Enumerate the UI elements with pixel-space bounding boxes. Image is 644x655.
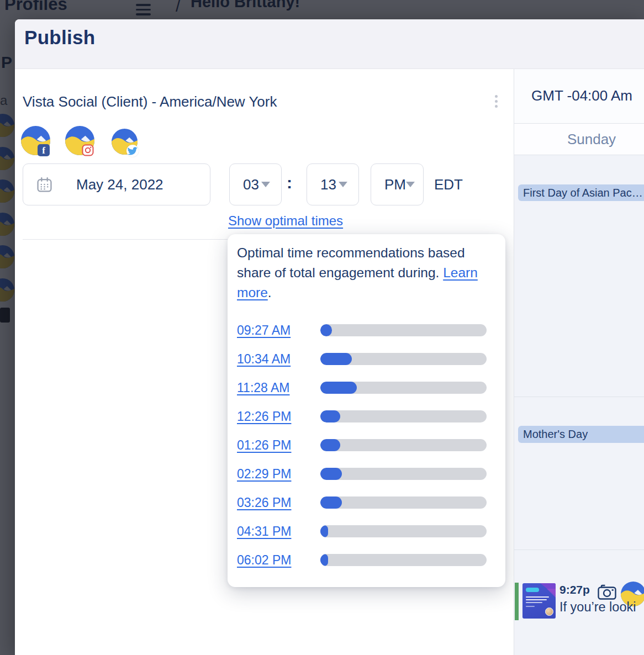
post-time: 9:27p <box>559 583 590 596</box>
optimal-time-link[interactable]: 04:31 PM <box>237 524 291 539</box>
minute-value: 13 <box>320 176 336 193</box>
profile-group-title: Vista Social (Client) - America/New York <box>23 93 277 110</box>
modal-title: Publish <box>24 27 96 49</box>
profile-avatar-facebook[interactable]: f <box>21 126 50 155</box>
calendar-event[interactable]: Mother's Day <box>518 426 644 443</box>
calendar-cell-border <box>514 550 644 550</box>
calendar-cell-border <box>514 397 644 397</box>
minute-select[interactable]: 13 <box>307 163 359 205</box>
app-screen: Profiles / Hello Brittany! P a Publish V… <box>0 0 644 655</box>
optimal-time-link[interactable]: 11:28 AM <box>237 381 289 395</box>
engagement-bar <box>320 324 487 336</box>
day-name: Sunday <box>514 131 644 148</box>
calendar-event[interactable]: First Day of Asian Pac… <box>518 184 644 201</box>
chevron-down-icon <box>261 182 270 187</box>
hour-select[interactable]: 03 <box>229 163 282 205</box>
post-caption[interactable]: If you’re looki <box>559 600 636 615</box>
engagement-bar <box>320 410 487 422</box>
show-optimal-times-link[interactable]: Show optimal times <box>228 213 343 229</box>
date-picker-field[interactable]: May 24, 2022 <box>23 163 210 205</box>
engagement-bar <box>320 439 487 451</box>
profile-avatar-instagram[interactable] <box>65 126 94 155</box>
post-thumbnail[interactable] <box>522 583 556 619</box>
chevron-down-icon <box>339 182 347 187</box>
optimal-time-link[interactable]: 06:02 PM <box>237 553 291 568</box>
calendar-panel <box>514 69 644 655</box>
timezone-abbreviation: EDT <box>434 176 463 193</box>
optimal-time-link[interactable]: 01:26 PM <box>237 438 291 453</box>
hour-value: 03 <box>243 176 259 193</box>
popover-description-text: Optimal time recommendations based share… <box>237 245 465 280</box>
engagement-bar <box>320 382 487 394</box>
panel-divider <box>514 69 514 655</box>
engagement-bar <box>320 554 487 566</box>
time-separator: : <box>287 173 292 192</box>
profile-avatar-twitter[interactable] <box>112 129 138 155</box>
optimal-time-link[interactable]: 12:26 PM <box>237 409 291 424</box>
meridiem-select[interactable]: PM <box>371 163 424 205</box>
twitter-icon <box>126 145 139 157</box>
instagram-icon <box>82 144 94 156</box>
chevron-down-icon <box>406 182 415 187</box>
popover-description: Optimal time recommendations based share… <box>237 243 490 303</box>
engagement-bar <box>320 525 487 537</box>
kebab-menu-icon[interactable] <box>493 95 499 110</box>
engagement-bar <box>320 496 487 509</box>
engagement-bar <box>320 468 487 480</box>
post-status-bar <box>515 583 519 620</box>
timezone-label: GMT -04:00 Am <box>531 87 632 104</box>
popover-description-period: . <box>268 285 272 300</box>
optimal-times-popover: Optimal time recommendations based share… <box>228 234 505 587</box>
calendar-icon <box>37 177 52 192</box>
optimal-time-link[interactable]: 02:29 PM <box>237 467 291 482</box>
optimal-time-link[interactable]: 10:34 AM <box>237 352 291 367</box>
modal-header <box>15 19 644 69</box>
section-divider <box>23 239 228 240</box>
meridiem-value: PM <box>384 176 406 193</box>
camera-icon <box>598 584 616 600</box>
publish-modal: Publish Vista Social (Client) - America/… <box>0 0 644 655</box>
optimal-time-link[interactable]: 03:26 PM <box>237 495 291 510</box>
optimal-time-link[interactable]: 09:27 AM <box>237 323 291 338</box>
date-value: May 24, 2022 <box>76 176 163 193</box>
engagement-bar <box>320 353 487 365</box>
facebook-icon: f <box>38 144 50 156</box>
